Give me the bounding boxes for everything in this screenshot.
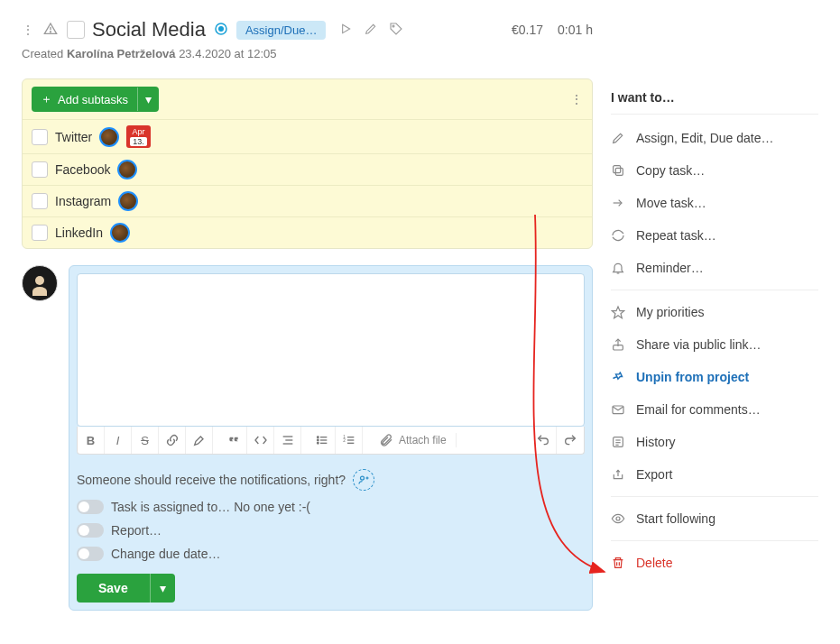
comment-editor[interactable] (77, 273, 585, 427)
sidebar-title: I want to… (611, 90, 818, 115)
sidebar-item-delete[interactable]: Delete (611, 540, 818, 579)
redo-button[interactable] (557, 427, 584, 454)
star-icon (611, 305, 625, 319)
add-subtasks-caret[interactable]: ▾ (137, 87, 159, 111)
task-title: Social Media (92, 18, 206, 41)
svg-point-9 (317, 437, 318, 438)
subtask-checkbox[interactable] (32, 193, 48, 209)
warning-icon (43, 22, 58, 39)
due-badge: Apr 13. (126, 125, 151, 148)
current-user-avatar (22, 265, 58, 301)
pencil-icon[interactable] (364, 22, 378, 39)
sidebar-item-repeat[interactable]: Repeat task… (611, 219, 818, 252)
arrow-right-icon (611, 196, 625, 210)
svg-point-10 (317, 439, 318, 441)
share-icon (611, 337, 625, 352)
subtask-name: Facebook (55, 162, 110, 177)
target-icon (213, 21, 229, 40)
sidebar-item-follow[interactable]: Start following (611, 496, 818, 535)
undo-button[interactable] (530, 427, 557, 454)
sidebar-item-history[interactable]: History (611, 426, 818, 458)
code-button[interactable] (247, 427, 274, 454)
subtask-checkbox[interactable] (32, 161, 48, 178)
bullet-list-button[interactable] (309, 427, 336, 454)
notification-hint: Someone should receive the notifications… (77, 473, 346, 487)
subtask-row[interactable]: LinkedIn (23, 216, 592, 248)
plus-icon: ＋ (41, 91, 52, 107)
assign-toggle-label: Task is assigned to… No one yet :-( (111, 500, 310, 514)
bell-icon (611, 261, 625, 275)
sidebar-item-move[interactable]: Move task… (611, 187, 818, 219)
svg-marker-26 (612, 307, 623, 318)
attach-file-button[interactable]: Attach file (370, 433, 457, 447)
number-list-button[interactable]: 12 (336, 427, 363, 454)
created-line: Created Karolína Petrželová 23.4.2020 at… (22, 47, 593, 60)
add-subtasks-button[interactable]: ＋Add subtasks ▾ (32, 87, 159, 112)
assign-due-pill[interactable]: Assign/Due… (236, 21, 326, 40)
highlight-button[interactable] (186, 427, 213, 454)
pencil-icon (611, 131, 625, 145)
subtask-name: Twitter (55, 130, 92, 144)
due-toggle[interactable] (77, 547, 104, 561)
report-toggle[interactable] (77, 523, 104, 538)
tag-icon[interactable] (389, 22, 403, 39)
subtask-checkbox[interactable] (32, 225, 48, 241)
sidebar-item-share[interactable]: Share via public link… (611, 328, 818, 361)
editor-toolbar: B I S 12 Attach file (77, 427, 585, 455)
copy-icon (611, 163, 625, 178)
svg-marker-4 (343, 24, 350, 32)
sidebar-item-unpin[interactable]: Unpin from project (611, 361, 818, 393)
due-toggle-label: Change due date… (111, 547, 220, 561)
sidebar-item-copy[interactable]: Copy task… (611, 154, 818, 187)
pin-icon (611, 370, 625, 384)
svg-point-20 (361, 476, 365, 480)
bold-button[interactable]: B (78, 427, 105, 454)
report-toggle-label: Report… (111, 523, 162, 538)
quote-button[interactable] (220, 427, 247, 454)
assignee-avatar (99, 127, 119, 147)
svg-point-34 (616, 517, 620, 520)
trash-icon (611, 556, 625, 570)
task-time: 0:01 h (558, 23, 593, 37)
svg-point-5 (392, 25, 394, 27)
subtask-name: Instagram (55, 194, 111, 208)
sidebar-item-assign[interactable]: Assign, Edit, Due date… (611, 122, 818, 154)
export-icon (611, 467, 625, 482)
task-checkbox[interactable] (67, 21, 85, 39)
subtasks-menu-icon[interactable]: ⋮ (570, 92, 583, 106)
save-caret[interactable]: ▾ (150, 574, 175, 603)
outdent-button[interactable] (274, 427, 301, 454)
subtask-checkbox[interactable] (32, 129, 48, 145)
assignee-avatar (118, 191, 138, 211)
svg-rect-23 (615, 168, 623, 175)
task-cost: €0.17 (512, 23, 543, 37)
subtask-row[interactable]: Twitter Apr 13. (23, 119, 592, 153)
strike-button[interactable]: S (132, 427, 159, 454)
subtasks-panel: ＋Add subtasks ▾ ⋮ Twitter Apr 13. Facebo… (22, 78, 593, 249)
assignee-avatar (110, 223, 130, 243)
link-button[interactable] (159, 427, 186, 454)
mail-icon (611, 402, 625, 417)
assign-toggle[interactable] (77, 500, 104, 514)
add-follower-button[interactable] (353, 469, 374, 491)
drag-handle-icon[interactable]: ⋮ (22, 23, 34, 37)
subtask-row[interactable]: Instagram (23, 185, 592, 216)
subtask-name: LinkedIn (55, 225, 103, 240)
sidebar-item-priorities[interactable]: My priorities (611, 290, 818, 328)
svg-point-1 (50, 31, 51, 32)
svg-text:2: 2 (343, 438, 346, 443)
sidebar-item-email[interactable]: Email for comments… (611, 393, 818, 426)
repeat-icon (611, 228, 625, 243)
assignee-avatar (117, 160, 137, 179)
subtask-row[interactable]: Facebook (23, 153, 592, 185)
comment-composer: B I S 12 Attach file (69, 265, 593, 611)
sidebar-item-reminder[interactable]: Reminder… (611, 252, 818, 284)
save-button[interactable]: Save (77, 574, 150, 603)
svg-rect-24 (614, 166, 621, 173)
italic-button[interactable]: I (105, 427, 132, 454)
svg-point-3 (219, 26, 224, 31)
eye-icon (611, 511, 625, 526)
play-icon[interactable] (338, 22, 353, 39)
svg-point-11 (317, 443, 318, 445)
sidebar-item-export[interactable]: Export (611, 458, 818, 491)
